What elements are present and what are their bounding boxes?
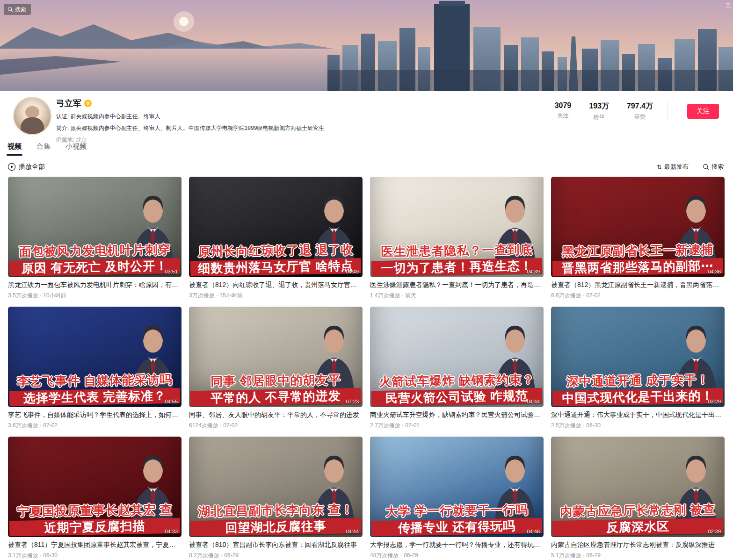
banner-cityscape-image [0,0,733,91]
stat-following[interactable]: 3079 关注 [555,101,572,121]
avatar[interactable] [13,97,51,135]
overlay-line2: 一切为了患者！再造生态！ [371,258,543,276]
overlay-line1: 医生泄患者隐私？一查到底 [370,243,544,259]
banner-search-label: 搜索 [15,6,26,14]
overlay-line2: 近期宁夏反腐扫描 [9,517,181,536]
overlay-line2: 反腐深水区 [552,517,724,536]
video-thumbnail[interactable]: 内蒙古应急厅长常志刚 被查 反腐深水区 02:39 [551,437,725,537]
overlay-line1: 原州长向红琼收了退 退了收 [189,243,363,259]
overlay-line1: 面包被风力发电机叶片刺穿 [8,243,181,259]
video-thumbnail[interactable]: 黑龙江原副省长王一新逮捕 晋黑两省那些落马的副部⋯ 04:36 [551,177,725,277]
video-duration: 04:36 [708,269,721,274]
video-card-12[interactable]: 内蒙古应急厅长常志刚 被查 反腐深水区 02:39 内蒙古自治区应急管理厅厅长常… [551,437,725,560]
video-duration: 02:39 [708,529,721,534]
video-stats: 2.7万次播放 · 07-01 [370,422,544,430]
video-title[interactable]: 黑龙江铁力一面包车被风力发电机叶片刺穿：啥原因，有无死亡？ [8,281,181,289]
video-title[interactable]: 被查者（812）黑龙江原副省长王一新逮捕，晋黑两省落马的副部... [551,281,725,289]
video-card-5[interactable]: 李艺飞事件 自媒体能采访吗 选择学生代表 完善标准？ 04:55 李艺飞事件，自… [8,307,181,430]
profile-stats: 3079 关注 193万 粉丝 797.4万 获赞 [555,101,653,121]
video-thumbnail[interactable]: 深中通道开通 成于实干！ 中国式现代化是干出来的！ 03:29 [551,307,725,407]
sort-button[interactable]: ⇅ 最新发布 [657,163,689,171]
video-card-1[interactable]: 面包被风力发电机叶片刺穿 原因 有无死亡 及时公开！ 03:51 黑龙江铁力一面… [8,177,181,300]
tab-videos[interactable]: 视频 [7,140,22,156]
video-title[interactable]: 同事、邻居、友人眼中的胡友平：平常的人，不寻常的迸发 [189,411,363,419]
video-stats: 3.5万次播放 · 10小时前 [8,292,181,300]
play-circle-icon [7,163,16,171]
stat-followers[interactable]: 193万 粉丝 [589,101,609,121]
video-card-11[interactable]: 大学 学一行就要干一行吗 传播专业 还有得玩吗 04:46 大学报志愿，学一行就… [370,437,544,560]
video-thumbnail[interactable]: 李艺飞事件 自媒体能采访吗 选择学生代表 完善标准？ 04:55 [8,307,181,407]
video-stats: 6124次播放 · 07-02 [189,422,363,430]
thumbnail-overlay: 深中通道开通 成于实干！ 中国式现代化是干出来的！ [551,374,725,405]
stat-likes[interactable]: 797.4万 获赞 [627,101,653,121]
video-thumbnail[interactable]: 原州长向红琼收了退 退了收 细数贵州落马女厅官 啥特点 04:49 [189,177,363,277]
play-all-label: 播放全部 [19,163,45,171]
video-title[interactable]: 内蒙古自治区应急管理厅厅长常志刚被查：反腐纵深推进 [551,541,725,549]
profile-banner: 搜索 无 [0,0,733,91]
overlay-line2: 中国式现代化是干出来的！ [552,388,724,406]
video-thumbnail[interactable]: 大学 学一行就要干一行吗 传播专业 还有得玩吗 04:46 [370,437,544,537]
overlay-line1: 宁夏国投原董事长赵其宏 查 [8,503,181,519]
video-stats: 1.4万次播放 · 前天 [370,292,544,300]
video-duration: 07:23 [346,399,359,404]
video-thumbnail[interactable]: 火箭试车爆炸 缺钢索约束？ 民营火箭公司试验 咋规范 04:44 [370,307,544,407]
video-card-3[interactable]: 医生泄患者隐私？一查到底 一切为了患者！再造生态！ 04:39 医生涉嫌泄露患者… [370,177,544,300]
play-all-button[interactable]: 播放全部 [7,163,45,171]
video-thumbnail[interactable]: 面包被风力发电机叶片刺穿 原因 有无死亡 及时公开！ 03:51 [8,177,181,277]
stat-following-value: 3079 [555,101,572,110]
thumbnail-overlay: 湖北宜昌副市长李向东 查！ 回望湖北反腐往事 [189,504,363,535]
video-card-4[interactable]: 黑龙江原副省长王一新逮捕 晋黑两省那些落马的副部⋯ 04:36 被查者（812）… [551,177,725,300]
video-thumbnail[interactable]: 同事 邻居眼中的胡友平 平常的人 不寻常的迸发 07:23 [189,307,363,407]
video-card-2[interactable]: 原州长向红琼收了退 退了收 细数贵州落马女厅官 啥特点 04:49 被查者（81… [189,177,363,300]
thumbnail-overlay: 大学 学一行就要干一行吗 传播专业 还有得玩吗 [370,504,544,535]
thumbnail-overlay: 李艺飞事件 自媒体能采访吗 选择学生代表 完善标准？ [8,374,181,405]
video-thumbnail[interactable]: 湖北宜昌副市长李向东 查！ 回望湖北反腐往事 04:44 [189,437,363,537]
overlay-line2: 晋黑两省那些落马的副部⋯ [552,258,724,276]
video-thumbnail[interactable]: 宁夏国投原董事长赵其宏 查 近期宁夏反腐扫描 04:33 [8,437,181,537]
thumbnail-overlay: 内蒙古应急厅长常志刚 被查 反腐深水区 [551,504,725,535]
video-duration: 04:44 [346,529,359,534]
video-stats: 3万次播放 · 15小时前 [189,292,363,300]
corner-text: 无 [726,2,731,10]
video-duration: 03:51 [165,269,178,274]
video-title[interactable]: 被查者（811）宁夏国投集团原董事长赵其宏被查，宁夏反腐综述 [8,541,181,549]
ip-location: IP属地: 北京 [56,136,719,144]
video-title[interactable]: 商业火箭试车升空爆炸，缺钢索约束？民营火箭公司试验，咋规范？ [370,411,544,419]
stat-following-label: 关注 [555,112,572,120]
video-duration: 04:46 [527,529,540,534]
video-duration: 04:33 [165,529,178,534]
video-stats: 3.1万次播放 · 06-30 [8,552,181,560]
tab-collections[interactable]: 合集 [36,140,51,156]
video-title[interactable]: 李艺飞事件，自媒体能采访吗？学生代表的选择上，如何完善标准？ [8,411,181,419]
thumbnail-overlay: 宁夏国投原董事长赵其宏 查 近期宁夏反腐扫描 [8,504,181,535]
video-title[interactable]: 医生涉嫌泄露患者隐私？一查到底！一切为了患者，再造生态！ [370,281,544,289]
overlay-line1: 大学 学一行就要干一行吗 [370,503,544,519]
video-stats: 6.6万次播放 · 07-02 [551,292,725,300]
profile-header: 弓立军 V 认证: 前央媒视频内参中心副主任、终审人 简介: 原央媒视频内参中心… [0,91,733,140]
search-icon [703,164,709,170]
tab-short-videos[interactable]: 小视频 [65,140,87,156]
verified-badge-icon: V [84,100,92,107]
thumbnail-overlay: 医生泄患者隐私？一查到底 一切为了患者！再造生态！ [370,244,544,275]
overlay-line1: 火箭试车爆炸 缺钢索约束？ [370,373,544,389]
overlay-line1: 湖北宜昌副市长李向东 查！ [189,503,363,519]
follow-button[interactable]: 关注 [687,104,719,119]
video-card-10[interactable]: 湖北宜昌副市长李向东 查！ 回望湖北反腐往事 04:44 被查者（810）宜昌副… [189,437,363,560]
video-card-9[interactable]: 宁夏国投原董事长赵其宏 查 近期宁夏反腐扫描 04:33 被查者（811）宁夏国… [8,437,181,560]
video-card-7[interactable]: 火箭试车爆炸 缺钢索约束？ 民营火箭公司试验 咋规范 04:44 商业火箭试车升… [370,307,544,430]
overlay-line1: 内蒙古应急厅长常志刚 被查 [551,503,725,519]
list-search-button[interactable]: 搜索 [703,163,724,171]
video-title[interactable]: 深中通道开通：伟大事业成于实干，中国式现代化是干出来的！ [551,411,725,419]
video-title[interactable]: 被查者（810）宜昌副市长李向东被查：回看湖北反腐往事 [189,541,363,549]
video-card-6[interactable]: 同事 邻居眼中的胡友平 平常的人 不寻常的迸发 07:23 同事、邻居、友人眼中… [189,307,363,430]
overlay-line1: 同事 邻居眼中的胡友平 [189,373,363,389]
video-title[interactable]: 被查者（812）向红琼收了退、退了收，贵州落马女厅官们，啥特点 [189,281,363,289]
video-thumbnail[interactable]: 医生泄患者隐私？一查到底 一切为了患者！再造生态！ 04:39 [370,177,544,277]
video-duration: 04:55 [165,399,178,404]
video-card-8[interactable]: 深中通道开通 成于实干！ 中国式现代化是干出来的！ 03:29 深中通道开通：伟… [551,307,725,430]
thumbnail-overlay: 火箭试车爆炸 缺钢索约束？ 民营火箭公司试验 咋规范 [370,374,544,405]
video-title[interactable]: 大学报志愿，学一行就要干一行吗？传播专业，还有得玩吗？ [370,541,544,549]
banner-search-button[interactable]: 搜索 [4,4,31,15]
video-stats: 48万次播放 · 06-29 [370,552,544,560]
video-stats: 8.2万次播放 · 06-29 [189,552,363,560]
